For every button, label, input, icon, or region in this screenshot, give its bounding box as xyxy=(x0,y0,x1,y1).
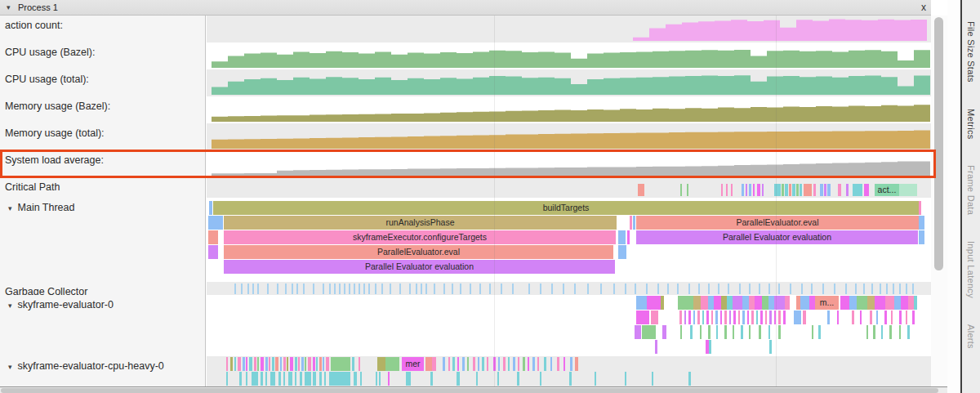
trace-slice-labeled[interactable]: mer xyxy=(402,357,424,371)
trace-slice[interactable] xyxy=(840,296,849,310)
trace-slice[interactable] xyxy=(792,184,795,196)
trace-slice[interactable] xyxy=(731,184,733,196)
trace-slice[interactable] xyxy=(635,325,641,339)
collapse-arrow-icon[interactable]: ▾ xyxy=(8,204,12,212)
trace-slice[interactable] xyxy=(379,372,381,386)
row-label-main-thread[interactable]: ▾Main Thread xyxy=(0,198,206,282)
trace-slice[interactable] xyxy=(313,372,316,386)
trace-slice[interactable] xyxy=(295,357,297,371)
trace-slice[interactable] xyxy=(762,184,764,196)
trace-slice[interactable] xyxy=(662,325,666,339)
process-collapse-arrow-icon[interactable]: ▾ xyxy=(7,0,11,15)
trace-slice[interactable] xyxy=(301,357,304,371)
trace-slice[interactable] xyxy=(627,230,630,244)
trace-slice[interactable] xyxy=(875,296,885,310)
trace-slice[interactable] xyxy=(741,325,743,339)
trace-slice[interactable] xyxy=(912,310,915,324)
trace-slice[interactable] xyxy=(230,357,233,371)
trace-slice[interactable] xyxy=(755,296,762,310)
trace-slice[interactable] xyxy=(249,357,252,371)
trace-slice[interactable] xyxy=(208,216,223,230)
trace-slice[interactable] xyxy=(742,296,749,310)
trace-slice[interactable] xyxy=(246,357,247,371)
trace-slice[interactable] xyxy=(508,357,510,371)
trace-slice[interactable] xyxy=(457,372,460,386)
tab-frame-data[interactable]: Frame Data xyxy=(966,165,976,215)
trace-slice[interactable] xyxy=(226,357,228,371)
trace-slice[interactable] xyxy=(729,310,731,324)
trace-slice[interactable] xyxy=(804,184,812,196)
trace-slice[interactable] xyxy=(352,357,354,371)
trace-slice[interactable] xyxy=(467,357,469,371)
trace-slice[interactable] xyxy=(544,357,546,371)
trace-slice[interactable] xyxy=(457,357,459,371)
trace-slice[interactable] xyxy=(517,372,519,386)
trace-slice[interactable] xyxy=(523,357,525,371)
trace-slice[interactable] xyxy=(800,184,802,196)
trace-slice[interactable] xyxy=(406,372,411,386)
trace-slice[interactable] xyxy=(252,372,258,386)
trace-slice[interactable] xyxy=(820,184,823,196)
trace-slice[interactable] xyxy=(860,310,862,324)
trace-slice[interactable] xyxy=(789,184,791,196)
trace-slice[interactable] xyxy=(721,184,723,196)
trace-slice-labeled[interactable]: skyframeExecutor.configureTargets xyxy=(224,230,616,244)
trace-slice[interactable] xyxy=(690,325,693,339)
trace-slice[interactable] xyxy=(636,296,647,310)
trace-slice[interactable] xyxy=(827,310,830,324)
trace-slice[interactable] xyxy=(818,325,821,339)
trace-slice[interactable] xyxy=(684,310,686,324)
trace-slice-labeled[interactable]: buildTargets xyxy=(213,201,919,215)
trace-slice[interactable] xyxy=(246,372,247,386)
trace-slice[interactable] xyxy=(652,372,653,386)
trace-slice[interactable] xyxy=(269,357,270,371)
trace-slice[interactable] xyxy=(885,296,894,310)
trace-slice[interactable] xyxy=(265,372,267,386)
trace-slice[interactable] xyxy=(760,310,763,324)
trace-slice[interactable] xyxy=(313,357,315,371)
trace-slice[interactable] xyxy=(919,230,924,244)
trace-slice[interactable] xyxy=(702,310,704,324)
trace-slice[interactable] xyxy=(693,296,701,310)
trace-slice[interactable] xyxy=(564,357,565,371)
trace-slice[interactable] xyxy=(518,357,519,371)
trace-slice[interactable] xyxy=(907,325,910,339)
horizontal-scrollbar-thumb[interactable] xyxy=(1,388,938,393)
trace-slice[interactable] xyxy=(733,310,736,324)
trace-slice[interactable] xyxy=(849,296,857,310)
trace-slice[interactable] xyxy=(751,310,754,324)
trace-slice[interactable] xyxy=(891,310,893,324)
trace-slice[interactable] xyxy=(899,310,902,324)
trace-slice[interactable] xyxy=(452,357,455,371)
trace-slice[interactable] xyxy=(532,357,535,371)
trace-slice[interactable] xyxy=(430,372,433,386)
trace-slice[interactable] xyxy=(697,310,700,324)
trace-slice[interactable] xyxy=(733,296,742,310)
trace-slice[interactable] xyxy=(326,357,329,371)
trace-slice[interactable] xyxy=(316,357,318,371)
trace-slice[interactable] xyxy=(275,357,278,371)
trace-slice[interactable] xyxy=(785,184,788,196)
trace-slice[interactable] xyxy=(550,357,552,371)
trace-slice[interactable] xyxy=(432,357,436,371)
trace-slice[interactable] xyxy=(633,216,635,230)
collapse-arrow-icon[interactable]: ▾ xyxy=(8,363,12,371)
trace-slice[interactable] xyxy=(385,357,399,371)
trace-slice[interactable] xyxy=(889,325,892,339)
trace-slice[interactable] xyxy=(709,340,711,354)
trace-slice[interactable] xyxy=(679,310,682,324)
trace-slice[interactable] xyxy=(308,357,311,371)
trace-slice[interactable] xyxy=(688,372,691,386)
trace-slice[interactable] xyxy=(796,184,799,196)
trace-slice[interactable] xyxy=(680,184,682,196)
trace-slice[interactable] xyxy=(870,310,872,324)
trace-slice[interactable] xyxy=(724,325,727,339)
trace-slice[interactable] xyxy=(487,357,488,371)
trace-slice[interactable] xyxy=(287,357,288,371)
trace-slice[interactable] xyxy=(724,310,727,324)
trace-slice[interactable] xyxy=(288,372,292,386)
trace-slice[interactable] xyxy=(569,372,572,386)
trace-slice[interactable] xyxy=(899,325,901,339)
trace-slice[interactable] xyxy=(625,372,626,386)
trace-slice[interactable] xyxy=(208,230,218,244)
